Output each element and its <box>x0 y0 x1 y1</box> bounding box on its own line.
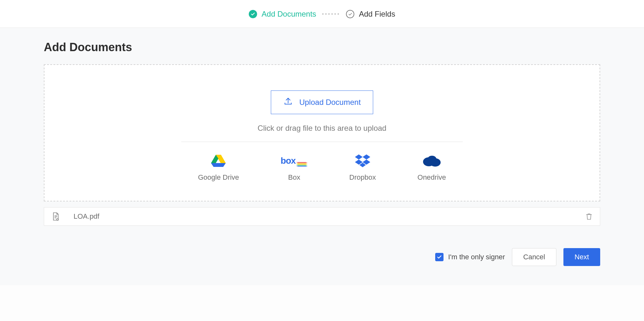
stepper-dots: •••••• <box>322 11 341 17</box>
svg-marker-9 <box>363 154 370 160</box>
stepper-step-label: Add Documents <box>262 10 316 19</box>
checkbox-checked-icon <box>435 253 444 261</box>
only-signer-checkbox[interactable]: I'm the only signer <box>435 253 505 261</box>
dropbox-icon <box>355 154 370 168</box>
svg-point-19 <box>57 218 59 220</box>
uploaded-file-name: LOA.pdf <box>74 212 572 221</box>
circle-check-outline-icon <box>346 10 354 18</box>
uploaded-file-row: LOA.pdf <box>44 207 600 226</box>
upload-document-button[interactable]: Upload Document <box>271 90 373 114</box>
upload-dropzone[interactable]: Upload Document Click or drag file to th… <box>44 64 600 201</box>
cancel-button[interactable]: Cancel <box>512 248 556 266</box>
svg-marker-3 <box>296 162 308 163</box>
cloud-providers: Google Drive box <box>44 154 600 182</box>
only-signer-label: I'm the only signer <box>448 253 505 261</box>
provider-dropbox[interactable]: Dropbox <box>349 154 376 182</box>
svg-marker-4 <box>296 163 308 164</box>
onedrive-icon <box>422 154 441 168</box>
upload-button-label: Upload Document <box>299 98 361 107</box>
divider <box>181 142 463 142</box>
stepper-step-add-documents[interactable]: Add Documents <box>249 10 316 19</box>
svg-marker-7 <box>296 166 308 167</box>
document-icon <box>51 212 60 221</box>
provider-label: Onedrive <box>418 173 446 182</box>
drop-hint: Click or drag file to this area to uploa… <box>44 124 600 133</box>
stepper-step-add-fields[interactable]: Add Fields <box>346 10 395 19</box>
provider-label: Dropbox <box>349 173 376 182</box>
provider-onedrive[interactable]: Onedrive <box>418 154 446 182</box>
svg-marker-6 <box>296 165 308 166</box>
provider-google-drive[interactable]: Google Drive <box>198 154 239 182</box>
svg-point-15 <box>428 156 436 163</box>
next-button[interactable]: Next <box>563 248 600 266</box>
provider-box[interactable]: box Box <box>281 154 308 182</box>
google-drive-icon <box>211 154 226 168</box>
svg-marker-2 <box>211 163 226 167</box>
page-title: Add Documents <box>44 41 600 54</box>
provider-label: Google Drive <box>198 173 239 182</box>
footer-actions: I'm the only signer Cancel Next <box>44 248 600 266</box>
svg-marker-8 <box>355 154 363 160</box>
stepper-step-label: Add Fields <box>359 10 395 19</box>
upload-icon <box>283 97 293 108</box>
check-circle-icon <box>249 10 257 18</box>
trash-icon <box>585 213 593 220</box>
box-icon: box <box>281 154 308 168</box>
provider-label: Box <box>288 173 300 182</box>
delete-file-button[interactable] <box>585 213 593 220</box>
svg-marker-5 <box>296 164 308 165</box>
stepper: Add Documents •••••• Add Fields <box>0 0 644 28</box>
